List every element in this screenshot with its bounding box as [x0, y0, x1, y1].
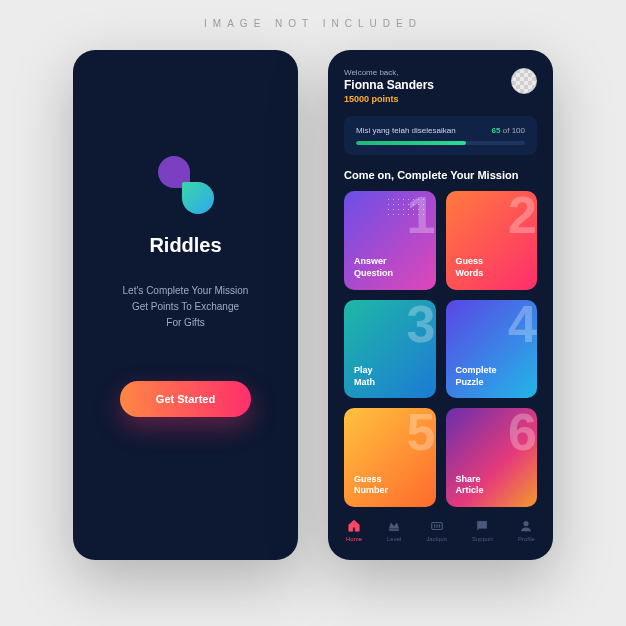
mission-card-guess-words[interactable]: 2 GuessWords [446, 191, 538, 290]
home-icon [347, 519, 361, 533]
user-name: Fionna Sanders [344, 78, 434, 92]
card-number: 5 [407, 408, 434, 462]
slot-icon [430, 519, 444, 533]
card-number: 1 [407, 191, 434, 245]
app-logo-icon [155, 154, 217, 216]
tagline: Let's Complete Your Mission Get Points T… [123, 283, 249, 331]
card-number: 3 [407, 300, 434, 354]
bottom-nav: Home Level Jackpot Support Profile [344, 519, 537, 542]
crown-icon [387, 519, 401, 533]
nav-jackpot[interactable]: Jackpot [426, 519, 447, 542]
nav-home[interactable]: Home [346, 519, 362, 542]
section-title: Come on, Complete Your Mission [344, 169, 537, 181]
nav-profile[interactable]: Profile [518, 519, 535, 542]
tagline-line: For Gifts [123, 315, 249, 331]
mission-card-share-article[interactable]: 6 ShareArticle [446, 408, 538, 507]
mission-card-guess-number[interactable]: 5 GuessNumber [344, 408, 436, 507]
card-number: 6 [508, 408, 535, 462]
avatar[interactable] [511, 68, 537, 94]
home-screen: Welcome back, Fionna Sanders 15000 point… [328, 50, 553, 560]
mission-grid: 1 AnswerQuestion 2 GuessWords 3 PlayMath… [344, 191, 537, 507]
points-label: 15000 points [344, 94, 434, 104]
mission-card-play-math[interactable]: 3 PlayMath [344, 300, 436, 399]
mission-card-answer-question[interactable]: 1 AnswerQuestion [344, 191, 436, 290]
app-name: Riddles [149, 234, 221, 257]
progress-label: Misi yang telah diselesaikan [356, 126, 456, 135]
nav-label: Level [387, 536, 401, 542]
screen-pair: Riddles Let's Complete Your Mission Get … [0, 0, 626, 560]
nav-level[interactable]: Level [387, 519, 401, 542]
progress-bar [356, 141, 525, 145]
svg-point-1 [524, 521, 529, 526]
tagline-line: Let's Complete Your Mission [123, 283, 249, 299]
nav-support[interactable]: Support [472, 519, 493, 542]
tagline-line: Get Points To Exchange [123, 299, 249, 315]
progress-card: Misi yang telah diselesaikan 65 of 100 [344, 116, 537, 155]
nav-label: Jackpot [426, 536, 447, 542]
get-started-button[interactable]: Get Started [120, 381, 251, 417]
progress-count: 65 of 100 [492, 126, 525, 135]
user-icon [519, 519, 533, 533]
card-number: 2 [508, 191, 535, 245]
splash-screen: Riddles Let's Complete Your Mission Get … [73, 50, 298, 560]
nav-label: Support [472, 536, 493, 542]
watermark-text: IMAGE NOT INCLUDED [0, 18, 626, 29]
nav-label: Profile [518, 536, 535, 542]
welcome-label: Welcome back, [344, 68, 434, 77]
card-number: 4 [508, 300, 535, 354]
nav-label: Home [346, 536, 362, 542]
chat-icon [475, 519, 489, 533]
home-header: Welcome back, Fionna Sanders 15000 point… [344, 68, 537, 104]
mission-card-complete-puzzle[interactable]: 4 CompletePuzzle [446, 300, 538, 399]
progress-bar-fill [356, 141, 466, 145]
